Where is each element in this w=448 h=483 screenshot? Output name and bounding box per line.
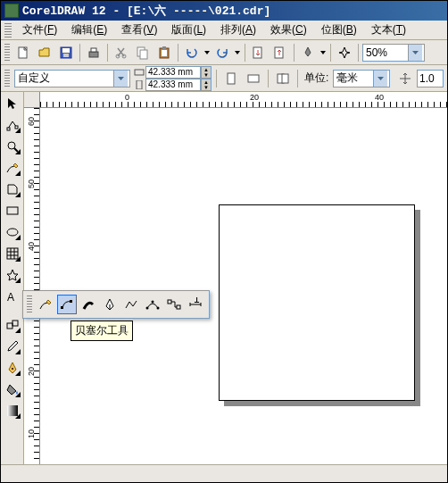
save-disk-icon [59,46,73,60]
freehand-icon [38,297,53,312]
unit-input[interactable] [334,72,373,85]
zoom-tool[interactable] [3,137,22,156]
drawing-canvas[interactable] [40,108,447,464]
fill-tool[interactable] [3,379,22,399]
dimension-flyout-tool[interactable]: 1 [186,295,205,314]
3point-curve-flyout-tool[interactable] [143,295,162,314]
vertical-ruler[interactable]: 60 50 40 30 20 10 [24,108,40,464]
page[interactable] [219,204,415,401]
shape-tool[interactable] [3,115,22,135]
paste-button[interactable] [154,43,174,62]
launcher-dropdown[interactable] [319,51,327,54]
paper-combo[interactable] [14,70,130,87]
page-height-input[interactable] [145,79,201,91]
export-button[interactable] [270,43,290,62]
undo-dropdown[interactable] [203,51,211,54]
menu-text[interactable]: 文本(T) [364,21,413,39]
flyout-grip[interactable] [27,296,32,313]
menu-layout[interactable]: 版面(L) [164,21,213,39]
zoom-dropdown[interactable] [408,45,422,61]
text-tool[interactable]: A [3,287,22,306]
eyedropper-tool[interactable] [3,337,22,356]
svg-point-26 [7,229,18,236]
import-button[interactable] [249,43,269,62]
bezier-flyout-tool[interactable] [57,295,77,314]
menu-file[interactable]: 文件(F) [15,21,64,39]
redo-button[interactable] [212,43,232,62]
interactive-blend-tool[interactable] [3,315,22,335]
rectangle-tool[interactable] [3,201,22,221]
pen-flyout-tool[interactable] [100,295,120,314]
cut-button[interactable] [112,43,131,62]
propbar-separator [297,70,298,87]
smart-draw-tool[interactable] [3,179,22,199]
horizontal-ruler[interactable]: 0 20 40 [40,92,447,108]
pick-tool[interactable] [3,94,22,113]
menubar-grip[interactable] [4,23,12,37]
basic-shapes-tool[interactable] [3,265,22,285]
property-bar: ▲▼ ▲▼ 单位: [1,65,447,92]
menu-effects[interactable]: 效果(C) [263,21,314,39]
pages-button[interactable] [273,69,293,88]
save-button[interactable] [56,43,76,62]
ruler-h-label: 20 [250,93,259,102]
dimension-icon: 1 [188,297,203,312]
zoom-combo[interactable] [362,44,425,62]
pages-icon [276,71,290,86]
print-button[interactable] [84,43,104,62]
zoom-input[interactable] [363,46,408,59]
menu-edit[interactable]: 编辑(E) [64,21,114,39]
toolbox: A [1,92,24,464]
new-button[interactable] [13,43,33,62]
outline-tool[interactable] [3,358,22,378]
redo-dropdown[interactable] [234,51,241,54]
copy-button[interactable] [133,43,153,62]
freehand-flyout-tool[interactable] [36,295,55,314]
svg-rect-21 [7,128,10,130]
artistic-media-flyout-tool[interactable] [79,295,98,314]
menu-bitmap[interactable]: 位图(B) [314,21,364,39]
connector-flyout-tool[interactable] [164,295,184,314]
magnifier-icon [5,139,20,154]
ellipse-tool[interactable] [3,222,22,242]
unit-combo[interactable] [333,70,390,87]
menubar: 文件(F) 编辑(E) 查看(V) 版面(L) 排列(A) 效果(C) 位图(B… [1,21,447,40]
open-button[interactable] [35,43,54,62]
corel-online-button[interactable] [335,43,354,62]
toolbar-separator [358,44,359,62]
svg-rect-17 [228,73,235,84]
portrait-button[interactable] [221,69,241,88]
app-launcher-button[interactable] [298,43,318,62]
smart-draw-icon [5,182,20,196]
interactive-fill-tool[interactable] [3,401,22,421]
text-icon: A [5,289,20,304]
menu-arrange[interactable]: 排列(A) [213,21,263,39]
propbar-grip[interactable] [4,70,10,87]
svg-text:A: A [7,291,14,304]
paper-dropdown[interactable] [113,71,128,87]
undo-button[interactable] [182,43,202,62]
width-spinner[interactable]: ▲▼ [201,66,212,79]
svg-text:1: 1 [194,297,200,305]
import-icon [252,46,266,60]
height-spinner[interactable]: ▲▼ [201,79,212,91]
page-width-input[interactable] [145,66,201,79]
landscape-button[interactable] [244,69,263,88]
graph-tool[interactable] [3,244,22,263]
arrow-icon [5,96,20,111]
freehand-tool[interactable] [3,158,22,178]
toolbar-grip[interactable] [4,44,10,62]
unit-label: 单位: [303,71,330,86]
curve-flyout-toolbar[interactable]: 1 [22,290,210,319]
brush-icon [81,297,95,312]
paper-input[interactable] [15,72,113,85]
menu-view[interactable]: 查看(V) [114,21,164,39]
svg-rect-18 [248,75,259,82]
ruler-origin[interactable] [24,92,40,108]
nudge-input[interactable] [417,70,444,87]
polyline-flyout-tool[interactable] [121,295,141,314]
nudge-icon-button[interactable] [395,69,415,88]
svg-rect-2 [62,48,70,53]
unit-dropdown[interactable] [373,71,387,87]
toolbar-separator [330,44,331,62]
